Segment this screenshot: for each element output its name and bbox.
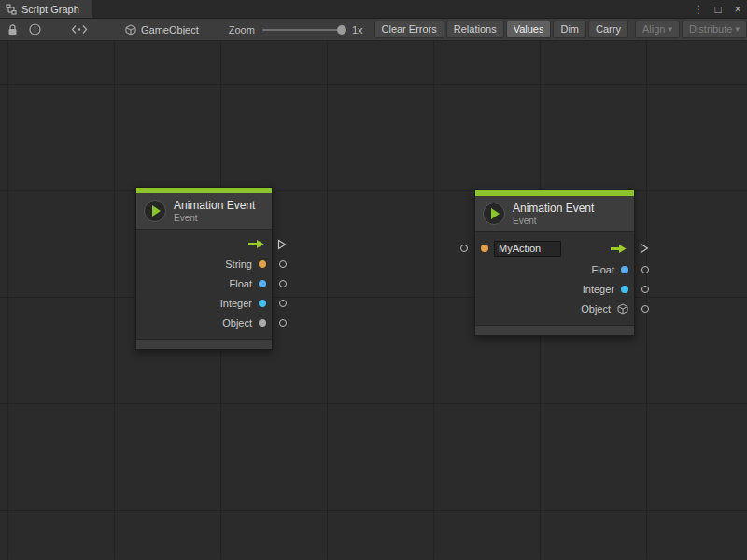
node-header[interactable]: Animation Event Event [475,196,634,232]
trigger-output-row [136,234,272,254]
toolbar-buttons: Clear Errors Relations Values Dim Carry … [374,19,747,41]
integer-output-port[interactable] [641,286,649,293]
graph-canvas[interactable]: Animation Event Event [0,41,747,559]
info-icon[interactable] [29,23,41,35]
graph-toolbar: GameObject Zoom 1x Clear Errors Relation… [0,19,747,41]
string-output-port[interactable] [279,260,287,268]
titlebar: Script Graph ⋮ □ × [0,0,747,19]
trigger-output-port[interactable] [640,243,649,254]
node-title: Animation Event [513,202,594,215]
zoom-value: 1x [352,24,363,35]
node-body: String Float Integer Object [136,230,272,339]
integer-output-port[interactable] [279,300,287,307]
zoom-slider-handle[interactable] [337,25,346,35]
script-graph-icon [6,4,17,15]
node-body: Float Integer Object [475,232,634,325]
target-label: GameObject [141,24,199,35]
values-button[interactable]: Values [506,21,552,38]
node-footer [475,325,634,335]
window-menu-icon[interactable]: ⋮ [693,0,704,19]
port-label: String [225,259,252,270]
node-subtitle: Event [174,213,255,223]
event-play-icon [144,200,166,222]
string-type-dot [481,245,488,252]
event-play-icon [483,203,505,225]
script-graph-window: Script Graph ⋮ □ × [0,0,747,560]
dim-button[interactable]: Dim [553,21,586,38]
port-label: Float [230,278,252,289]
float-type-dot [621,266,628,273]
window-controls: ⋮ □ × [693,0,743,19]
close-icon[interactable]: × [732,0,743,19]
carry-button[interactable]: Carry [588,21,628,38]
float-type-dot [259,280,266,287]
distribute-button[interactable]: Distribute▾ [682,21,747,38]
port-label: Object [581,303,611,315]
string-type-dot [259,260,266,268]
gameobject-icon [125,24,136,35]
zoom-control: Zoom 1x [229,24,363,35]
float-output-port[interactable] [641,266,649,273]
integer-type-dot [621,286,628,293]
port-row-object: Object [475,299,634,318]
graph-target-selector[interactable]: GameObject [125,24,199,35]
float-output-port[interactable] [279,280,287,287]
clear-errors-button[interactable]: Clear Errors [374,21,444,38]
relations-button[interactable]: Relations [446,21,504,38]
maximize-icon[interactable]: □ [712,0,724,19]
port-row-string: String [136,254,272,273]
object-output-port[interactable] [641,305,649,313]
action-name-row [475,237,634,259]
port-row-object: Object [136,313,272,332]
action-name-input[interactable] [494,241,561,257]
tab-title: Script Graph [21,4,79,15]
node-animation-event-1[interactable]: Animation Event Event [135,187,273,350]
trigger-arrow-icon [610,244,627,254]
object-type-dot [259,319,266,327]
node-title: Animation Event [174,199,255,212]
node-animation-event-2[interactable]: Animation Event Event [474,189,635,336]
object-output-port[interactable] [279,319,287,327]
trigger-arrow-icon [247,239,265,249]
zoom-label: Zoom [229,24,255,35]
node-subtitle: Event [513,216,594,226]
port-label: Integer [583,284,614,295]
integer-type-dot [259,300,266,307]
port-row-integer: Integer [475,279,634,299]
chevron-down-icon: ▾ [735,23,740,35]
trigger-output-port[interactable] [277,239,287,250]
port-label: Object [222,317,252,329]
node-footer [136,339,272,349]
node-header[interactable]: Animation Event Event [136,193,272,230]
port-label: Float [592,264,614,275]
chevron-down-icon: ▾ [668,23,672,35]
tab-script-graph[interactable]: Script Graph [0,0,92,18]
port-row-integer: Integer [136,293,272,313]
align-button[interactable]: Align▾ [635,21,680,38]
port-row-float: Float [136,273,272,293]
port-row-float: Float [475,259,634,279]
name-input-port[interactable] [460,245,468,252]
lock-icon[interactable] [7,24,18,35]
port-label: Integer [220,298,252,309]
cube-icon [617,303,628,315]
code-icon[interactable] [71,24,88,35]
zoom-slider[interactable] [262,29,345,31]
